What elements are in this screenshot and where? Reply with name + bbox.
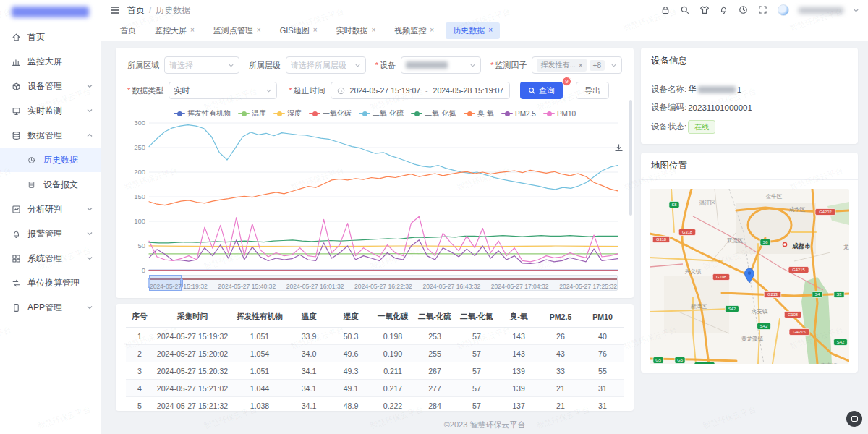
lock-icon[interactable] (660, 5, 671, 15)
sidebar-item-设备管理[interactable]: 设备管理 (0, 74, 101, 98)
close-icon[interactable]: × (430, 27, 434, 34)
time-start[interactable]: 2024-05-27 15:19:07 (350, 86, 421, 95)
tab-GIS地图[interactable]: GIS地图× (273, 22, 325, 39)
legend-marker (543, 111, 555, 116)
close-icon[interactable]: × (579, 61, 583, 69)
breadcrumb-home[interactable]: 首页 (127, 4, 145, 17)
chevron-down-icon (86, 205, 93, 213)
column-header-一氧化碳: 一氧化碳 (372, 307, 414, 328)
tab-label: 首页 (120, 25, 136, 36)
download-icon[interactable] (614, 143, 624, 153)
legend-item-二氧-化氮[interactable]: 二氧-化氮 (411, 109, 456, 119)
tab-bar: 首页监控大屏×监测点管理×GIS地图×实时数据×视频监控×历史数据× (101, 20, 868, 41)
table-row[interactable]: 52024-05-27 15:21:321.03834.148.90.22228… (126, 397, 624, 412)
sidebar-item-分析研判[interactable]: 分析研判 (0, 197, 101, 221)
data-type-label: 数据类型 (127, 85, 163, 96)
legend-item-一氧化碳[interactable]: 一氧化碳 (309, 109, 352, 119)
factor-more-tag[interactable]: +8 (590, 60, 605, 71)
legend-label: 臭-氧 (477, 109, 494, 119)
road-badge-label: S42 (760, 324, 767, 328)
sidebar-item-label: 单位换算管理 (27, 277, 93, 289)
sidebar-item-APP管理[interactable]: APP管理 (0, 295, 101, 320)
chevron-down-icon[interactable] (853, 7, 859, 14)
legend-item-PM2.5[interactable]: PM2.5 (501, 110, 536, 118)
sidebar-item-单位换算管理[interactable]: 单位换算管理 (0, 271, 101, 295)
close-icon[interactable]: × (371, 27, 375, 34)
legend-item-挥发性有机物[interactable]: 挥发性有机物 (174, 109, 231, 119)
table-row[interactable]: 12024-05-27 15:19:321.05133.950.30.19825… (126, 328, 624, 345)
device-select[interactable] (401, 56, 481, 74)
datazoom-left-handle[interactable] (148, 278, 150, 288)
legend-item-臭-氧[interactable]: 臭-氧 (464, 109, 494, 119)
close-icon[interactable]: × (190, 27, 195, 34)
status-badge: 在线 (688, 120, 715, 134)
table-cell: 3 (126, 362, 153, 380)
footer-text: ©2023 智慧环保云平台 (101, 420, 868, 430)
device-label: 设备 (375, 60, 396, 71)
table-cell: 57 (456, 380, 498, 397)
query-button[interactable]: 查询 9 (520, 82, 563, 99)
sidebar-item-系统管理[interactable]: 系统管理 (0, 246, 101, 271)
legend-item-二氧-化硫[interactable]: 二氧-化硫 (359, 109, 404, 119)
tab-监控大屏[interactable]: 监控大屏× (148, 22, 202, 39)
level-select[interactable]: 请选择所属层级 (286, 56, 366, 74)
tab-实时数据[interactable]: 实时数据× (328, 22, 383, 39)
legend-item-温度[interactable]: 温度 (238, 109, 266, 119)
legend-item-PM10[interactable]: PM10 (543, 110, 576, 118)
datazoom-track[interactable] (149, 275, 618, 291)
close-icon[interactable]: × (257, 27, 261, 34)
sidebar-item-实时监测[interactable]: 实时监测 (0, 98, 101, 123)
clock-icon[interactable] (739, 5, 749, 15)
line-chart[interactable]: 050100150200250300 (127, 120, 622, 273)
datazoom-right-handle[interactable] (180, 278, 183, 288)
map-label-双流区: 双流区 (727, 237, 744, 244)
table-cell: 1.054 (231, 345, 288, 362)
search-icon[interactable] (680, 5, 690, 15)
datazoom-slider[interactable]: 2024-05-27 15:19:322024-05-27 15:40:3220… (149, 275, 618, 291)
sidebar-item-设备报文[interactable]: 设备报文 (0, 172, 101, 197)
sidebar-item-数据管理[interactable]: 数据管理 (0, 123, 101, 148)
factor-tag[interactable]: 挥发性有...× (537, 59, 586, 72)
tab-首页[interactable]: 首页 (113, 22, 143, 39)
road-badge-label: S3 (836, 292, 841, 297)
table-row[interactable]: 22024-05-27 15:20:021.05434.049.60.19025… (126, 345, 624, 362)
close-icon[interactable]: × (313, 27, 318, 34)
tab-历史数据[interactable]: 历史数据× (446, 22, 500, 39)
road-badge-label: G318 (682, 230, 692, 234)
fullscreen-icon[interactable] (758, 5, 768, 15)
sidebar-item-历史数据[interactable]: 历史数据 (0, 148, 101, 172)
road-badge-label: S42 (728, 307, 736, 311)
table-cell: 0.190 (372, 345, 414, 362)
road-badge-label: G4215 (793, 330, 805, 334)
username-masked (799, 7, 843, 14)
data-type-select[interactable]: 实时 (169, 82, 277, 99)
sidebar-item-首页[interactable]: 首页 (0, 25, 101, 49)
theme-icon[interactable] (699, 5, 710, 15)
tab-视频监控[interactable]: 视频监控× (387, 22, 441, 39)
table-row[interactable]: 42024-05-27 15:21:021.04434.149.10.21727… (126, 380, 624, 397)
road-badge-label: S4 (814, 292, 820, 297)
export-button[interactable]: 导出 (576, 82, 609, 99)
region-select[interactable]: 请选择 (164, 56, 239, 74)
bell-icon[interactable] (719, 5, 729, 15)
close-icon[interactable]: × (488, 27, 493, 34)
app-logo (12, 7, 89, 17)
legend-item-湿度[interactable]: 湿度 (273, 109, 302, 119)
sidebar-item-label: 设备管理 (27, 80, 86, 93)
map[interactable]: S8G4202G318G318S6G4215G108G213S4S3S42G10… (650, 189, 849, 364)
table-cell: 26 (540, 328, 582, 345)
hamburger-icon[interactable] (110, 6, 120, 14)
avatar[interactable] (778, 4, 789, 16)
tab-监测点管理[interactable]: 监测点管理× (206, 22, 268, 39)
chat-button[interactable] (846, 411, 862, 427)
tab-label: GIS地图 (280, 25, 310, 36)
factor-select[interactable]: 挥发性有...× +8 (532, 56, 622, 74)
sidebar-item-监控大屏[interactable]: 监控大屏 (0, 49, 101, 74)
time-end[interactable]: 2024-05-28 15:19:07 (433, 86, 504, 95)
time-range-input[interactable]: 2024-05-27 15:19:07 - 2024-05-28 15:19:0… (331, 82, 511, 99)
table-row[interactable]: 32024-05-27 15:20:321.05134.149.30.21126… (126, 362, 624, 380)
y-tick-label: 250 (134, 143, 145, 151)
sidebar-item-报警管理[interactable]: 报警管理 (0, 221, 101, 246)
datazoom-window[interactable] (149, 275, 182, 291)
scrollbar-thumb[interactable] (629, 100, 632, 216)
